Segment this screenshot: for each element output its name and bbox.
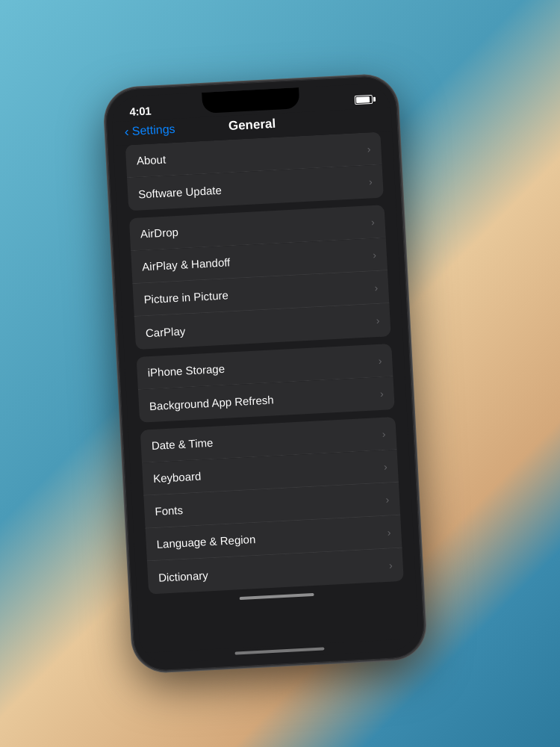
software-update-label: Software Update — [138, 183, 222, 200]
airplay-handoff-chevron-icon: › — [373, 249, 377, 261]
picture-in-picture-label: Picture in Picture — [143, 288, 228, 306]
iphone-storage-chevron-icon: › — [378, 354, 382, 366]
phone-screen: 4:01 ‹ Settings General About — [111, 83, 419, 665]
home-indicator — [234, 647, 324, 654]
carplay-label: CarPlay — [145, 324, 185, 339]
back-label: Settings — [131, 123, 175, 138]
airdrop-chevron-icon: › — [370, 216, 375, 228]
group-storage: iPhone Storage › Background App Refresh … — [137, 344, 395, 423]
phone: 4:01 ‹ Settings General About — [105, 75, 426, 672]
group-connectivity: AirDrop › AirPlay & Handoff › Picture in… — [129, 205, 391, 350]
status-icons — [355, 94, 373, 104]
dictionary-label: Dictionary — [158, 568, 208, 583]
carplay-chevron-icon: › — [376, 314, 380, 326]
software-update-chevron-icon: › — [369, 176, 373, 187]
iphone-storage-label: iPhone Storage — [147, 362, 225, 379]
about-chevron-icon: › — [367, 143, 371, 155]
fonts-chevron-icon: › — [385, 493, 390, 505]
date-time-chevron-icon: › — [382, 427, 386, 439]
dictionary-chevron-icon: › — [389, 559, 393, 571]
scene: 4:01 ‹ Settings General About — [0, 0, 560, 747]
scroll-indicator — [240, 593, 314, 600]
picture-in-picture-chevron-icon: › — [374, 281, 379, 293]
back-button[interactable]: ‹ Settings — [124, 123, 175, 139]
status-time: 4:01 — [129, 105, 152, 118]
date-time-label: Date & Time — [151, 436, 213, 452]
group-system: Date & Time › Keyboard › Fonts › Languag… — [140, 417, 404, 595]
about-label: About — [136, 153, 166, 167]
keyboard-label: Keyboard — [153, 470, 202, 485]
settings-content: About › Software Update › AirDrop › — [113, 131, 419, 654]
group-about: About › Software Update › — [125, 131, 384, 211]
keyboard-chevron-icon: › — [384, 460, 388, 472]
page-title: General — [228, 117, 276, 134]
back-chevron-icon: ‹ — [124, 125, 129, 138]
battery-icon — [355, 94, 373, 104]
airplay-handoff-label: AirPlay & Handoff — [142, 255, 231, 273]
fonts-label: Fonts — [155, 503, 183, 518]
airdrop-label: AirDrop — [140, 226, 179, 241]
background-app-refresh-chevron-icon: › — [380, 388, 385, 400]
background-app-refresh-label: Background App Refresh — [149, 393, 274, 412]
language-region-label: Language & Region — [156, 533, 255, 551]
language-region-chevron-icon: › — [387, 526, 391, 538]
